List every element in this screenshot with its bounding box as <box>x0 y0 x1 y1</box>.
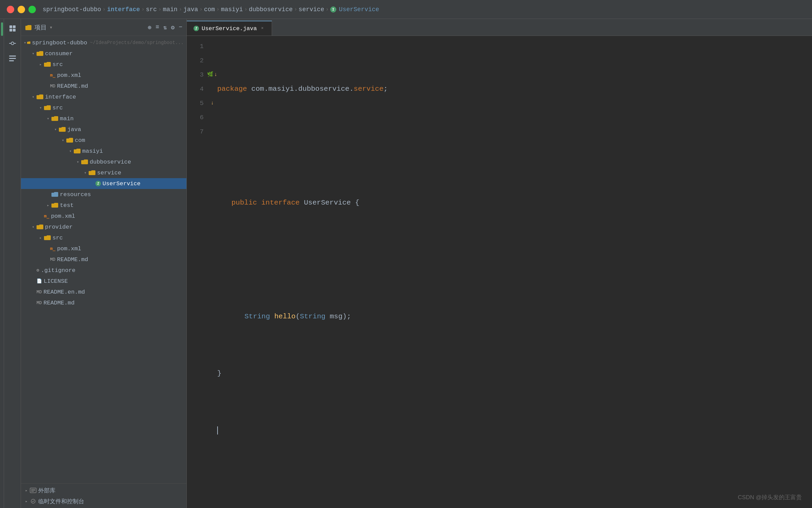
collapse-icon[interactable]: ≡ <box>156 24 159 31</box>
tree-item-gitignore[interactable]: ⚙ .gitignore <box>21 265 186 276</box>
tab-userservice[interactable]: I UserService.java × <box>187 21 272 36</box>
arrow-java <box>53 127 58 132</box>
arrow-provider <box>30 224 36 230</box>
root-folder-icon <box>27 40 30 45</box>
tree-item-test[interactable]: test <box>21 200 186 211</box>
maximize-button[interactable] <box>28 6 36 13</box>
tree-item-scratches[interactable]: 临时文件和控制台 <box>21 496 186 507</box>
tree-item-interface-src[interactable]: src <box>21 102 186 113</box>
tree-item-root[interactable]: springboot-dubbo ~/IdeaProjects/demo/spr… <box>21 37 186 48</box>
svg-rect-9 <box>9 60 14 61</box>
interface-icon: I <box>330 6 336 13</box>
breadcrumb-dubboservice[interactable]: dubboservice <box>249 6 293 13</box>
tree-item-consumer[interactable]: consumer <box>21 48 186 59</box>
tree-item-license[interactable]: 📄 LICENSE <box>21 276 186 287</box>
breadcrumb-main[interactable]: main <box>163 6 177 13</box>
class-name: UserService <box>304 196 355 210</box>
tree-item-external-libs[interactable]: 外部库 <box>21 485 186 496</box>
code-editor[interactable]: 1 2 3 🌿 ↓ 4 5 ↓ <box>187 36 812 508</box>
code-line-1: package com.masiyi.dubboservice.service; <box>217 82 805 96</box>
tree-item-interface-java[interactable]: java <box>21 124 186 135</box>
breadcrumb-masiyi[interactable]: masiyi <box>221 6 243 13</box>
userservice-interface-badge: I <box>95 181 101 186</box>
com-folder-icon <box>66 137 73 143</box>
main-label: main <box>60 115 74 122</box>
settings-icon[interactable]: ⚙ <box>171 24 175 31</box>
svg-rect-3 <box>13 29 16 31</box>
tree-item-consumer-src[interactable]: src <box>21 59 186 70</box>
close-panel-icon[interactable]: − <box>179 24 182 31</box>
tree-item-provider-src[interactable]: src <box>21 232 186 243</box>
tab-file-icon: I <box>194 26 199 31</box>
breadcrumb-springboot-dubbo[interactable]: springboot-dubbo <box>43 6 101 13</box>
external-libs-icon <box>30 488 37 493</box>
text-cursor <box>217 426 218 435</box>
kw-public: public <box>231 196 261 210</box>
breadcrumb-service[interactable]: service <box>299 6 324 13</box>
line-num-1: 1 <box>187 39 204 54</box>
provider-readme-label: README.md <box>57 256 88 263</box>
tree-item-service[interactable]: service <box>21 167 186 178</box>
tree-item-consumer-readme[interactable]: MD README.md <box>21 81 186 91</box>
tab-close-button[interactable]: × <box>260 26 265 31</box>
masiyi-folder-icon <box>74 148 81 154</box>
breadcrumb-com[interactable]: com <box>204 6 215 13</box>
close-button[interactable] <box>7 6 14 13</box>
minimize-button[interactable] <box>18 6 25 13</box>
arrow-external-libs <box>24 488 29 493</box>
tree-item-consumer-pom[interactable]: m̲ pom.xml <box>21 70 186 81</box>
tree-item-masiyi[interactable]: masiyi <box>21 146 186 156</box>
breadcrumb-userservice[interactable]: UserService <box>339 6 379 13</box>
interface-src-label: src <box>52 105 63 111</box>
root-label: springboot-dubbo <box>32 40 87 46</box>
arrow-interface <box>30 94 36 100</box>
arrow-scratches <box>24 499 29 504</box>
userservice-label: UserService <box>103 181 140 187</box>
tree-item-dubboservice[interactable]: dubboservice <box>21 156 186 167</box>
svg-rect-7 <box>9 56 16 57</box>
structure-icon[interactable] <box>6 52 19 64</box>
tree-item-com[interactable]: com <box>21 135 186 146</box>
code-content[interactable]: package com.masiyi.dubboservice.service;… <box>210 36 812 508</box>
breadcrumb-src[interactable]: src <box>146 6 157 13</box>
dropdown-arrow[interactable]: ▾ <box>49 24 53 31</box>
tree-item-provider-readme[interactable]: MD README.md <box>21 254 186 265</box>
tree-item-readme-en[interactable]: MD README.en.md <box>21 287 186 297</box>
commit-icon[interactable] <box>6 37 19 49</box>
tree-item-provider-pom[interactable]: m̲ pom.xml <box>21 243 186 254</box>
file-tree-actions: ⊕ ≡ ⇅ ⚙ − <box>148 24 182 31</box>
file-tree-content[interactable]: springboot-dubbo ~/IdeaProjects/demo/spr… <box>21 36 186 483</box>
tree-item-userservice[interactable]: I UserService <box>21 178 186 189</box>
project-icon[interactable] <box>6 22 19 35</box>
arrow-provider-readme <box>44 257 49 262</box>
main-layout: 项目 ▾ ⊕ ≡ ⇅ ⚙ − springboot-dubbo ~/ <box>0 19 812 508</box>
tree-item-readme[interactable]: MD README.md <box>21 297 186 308</box>
tab-label: UserService.java <box>202 25 257 32</box>
tree-item-interface-pom[interactable]: m̲ pom.xml <box>21 211 186 221</box>
title-bar: springboot-dubbo › interface › src › mai… <box>0 0 812 19</box>
resources-label: resources <box>60 191 91 198</box>
arrow-consumer <box>30 51 36 56</box>
tree-item-interface[interactable]: interface <box>21 91 186 102</box>
arrow-consumer-pom <box>44 72 49 78</box>
license-icon: 📄 <box>37 278 42 284</box>
file-tree-panel: 项目 ▾ ⊕ ≡ ⇅ ⚙ − springboot-dubbo ~/ <box>21 19 187 508</box>
sort-icon[interactable]: ⇅ <box>163 24 167 31</box>
left-edge-bar <box>0 19 4 508</box>
arrow-masiyi <box>68 148 73 154</box>
interface-folder-icon <box>37 94 43 100</box>
svg-rect-2 <box>9 29 12 31</box>
arrow-interface-main <box>45 116 51 121</box>
line-num-4: 4 <box>187 82 204 96</box>
method-hello: hello <box>274 310 296 324</box>
consumer-folder-icon <box>37 51 43 56</box>
breadcrumb-java[interactable]: java <box>183 6 198 13</box>
code-line-7 <box>217 423 805 438</box>
locate-icon[interactable]: ⊕ <box>148 24 152 31</box>
provider-src-folder-icon <box>44 235 51 240</box>
tree-item-resources[interactable]: resources <box>21 189 186 200</box>
tree-item-provider[interactable]: provider <box>21 221 186 232</box>
breadcrumb-interface[interactable]: interface <box>107 6 140 13</box>
tree-item-interface-main[interactable]: main <box>21 113 186 124</box>
com-label: com <box>75 137 85 144</box>
